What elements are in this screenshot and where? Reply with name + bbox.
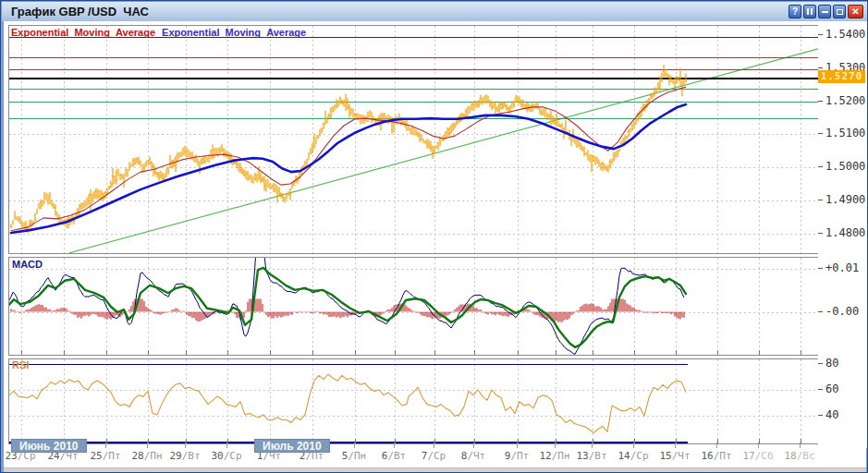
question-icon: ? bbox=[792, 7, 798, 17]
indicator-legend: Exponential_Moving_AverageExponential_Mo… bbox=[11, 27, 306, 38]
close-button[interactable]: ✕ bbox=[848, 5, 863, 18]
price-axis-label: 1.4900 bbox=[825, 193, 865, 206]
rsi-label: RSI bbox=[12, 359, 29, 370]
maximize-icon bbox=[837, 9, 843, 15]
date-label: 15/Чт bbox=[659, 450, 690, 462]
pause-icon bbox=[807, 8, 813, 15]
macd-label: MACD bbox=[12, 259, 43, 270]
date-label: 18/Вс bbox=[784, 450, 814, 462]
macd-axis-label: +0.01 bbox=[825, 261, 859, 274]
minimize-button[interactable] bbox=[818, 5, 831, 18]
window-bottom-edge bbox=[4, 467, 866, 472]
rsi-axis-label: 40 bbox=[825, 408, 838, 421]
date-label: 5/Пн bbox=[342, 450, 367, 462]
chart-window: График GBP /USD ЧАС ? ✕ Exponential_Movi… bbox=[0, 0, 868, 473]
price-chart-panel[interactable] bbox=[8, 25, 820, 254]
month-badge: Июнь 2010 bbox=[11, 439, 87, 453]
current-price-tag: 1.5270 bbox=[818, 70, 865, 83]
price-axis-label-tick bbox=[818, 166, 823, 167]
price-axis-label-tick bbox=[818, 233, 823, 234]
macd-panel[interactable] bbox=[8, 257, 820, 356]
rsi-canvas[interactable] bbox=[9, 359, 819, 443]
minimize-icon bbox=[822, 11, 828, 13]
rsi-axis-label: 80 bbox=[825, 357, 838, 370]
window-buttons: ? ✕ bbox=[789, 5, 863, 18]
rsi-axis-label: 60 bbox=[825, 382, 838, 395]
price-axis-label: 1.5200 bbox=[825, 94, 865, 107]
title-bar[interactable]: График GBP /USD ЧАС ? ✕ bbox=[2, 2, 868, 22]
time-axis[interactable]: 23/Ср24/Чт25/Пт28/Пн29/Вт30/Ср1/Чт2/Пт5/… bbox=[1, 450, 868, 467]
price-axis-label: 1.5100 bbox=[825, 127, 865, 139]
rsi-axis-label-tick bbox=[818, 389, 823, 390]
close-icon: ✕ bbox=[851, 7, 859, 17]
rsi-panel[interactable] bbox=[8, 358, 820, 444]
price-axis-label-tick bbox=[818, 34, 823, 35]
date-label: 17/Сб bbox=[742, 450, 773, 462]
price-axis[interactable]: 1.54001.53001.52001.51001.50001.49001.48… bbox=[818, 21, 868, 448]
price-axis-label-tick bbox=[818, 67, 823, 68]
ema-slow-legend-label: Exponential_Moving_Average bbox=[162, 27, 306, 38]
date-label: 28/Пн bbox=[131, 450, 162, 462]
price-chart-canvas[interactable] bbox=[9, 26, 819, 253]
pause-button[interactable] bbox=[803, 5, 816, 18]
macd-canvas[interactable] bbox=[9, 258, 819, 355]
date-label: 9/Пт bbox=[505, 450, 530, 462]
month-badge: Июль 2010 bbox=[254, 439, 330, 453]
date-label: 30/Ср bbox=[211, 450, 241, 462]
date-label: 25/Пт bbox=[90, 450, 120, 462]
rsi-axis-label-tick bbox=[818, 415, 823, 416]
price-axis-label: 1.5000 bbox=[825, 160, 865, 173]
date-label: 8/Чт bbox=[461, 450, 486, 462]
date-label: 6/Вт bbox=[382, 450, 407, 462]
maximize-button[interactable] bbox=[833, 5, 846, 18]
date-label: 13/Вт bbox=[576, 450, 606, 462]
help-button[interactable]: ? bbox=[789, 5, 801, 18]
price-axis-label-tick bbox=[818, 200, 823, 200]
rsi-axis-label-tick bbox=[818, 363, 823, 364]
macd-axis-label-tick bbox=[818, 311, 823, 312]
price-axis-label-tick bbox=[818, 101, 823, 102]
date-label: 7/Ср bbox=[422, 450, 446, 462]
macd-axis-label: -0.00 bbox=[825, 305, 859, 318]
ema-fast-legend-label: Exponential_Moving_Average bbox=[11, 27, 155, 38]
date-label: 16/Пт bbox=[701, 450, 731, 462]
date-label: 12/Пн bbox=[539, 450, 569, 462]
macd-axis-label-tick bbox=[818, 268, 823, 269]
date-label: 14/Ср bbox=[617, 450, 648, 462]
price-axis-label: 1.5400 bbox=[825, 28, 865, 41]
price-axis-label-tick bbox=[818, 133, 823, 134]
price-axis-label: 1.4800 bbox=[825, 226, 865, 239]
window-title: График GBP /USD ЧАС bbox=[11, 5, 149, 18]
time-axis-ticks bbox=[1, 443, 818, 449]
date-label: 29/Вт bbox=[169, 450, 200, 462]
